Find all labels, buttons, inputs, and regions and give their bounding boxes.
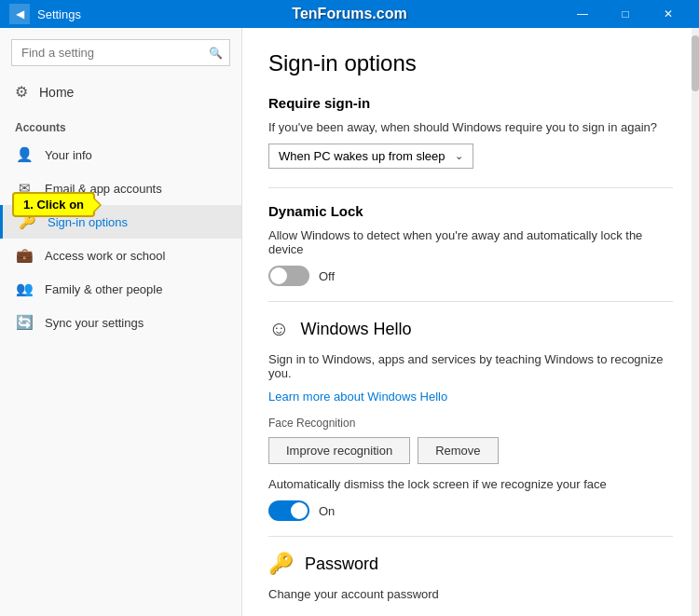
family-icon: 👥 bbox=[15, 281, 34, 297]
divider-1 bbox=[268, 187, 673, 188]
sidebar-search-container: 🔍 bbox=[11, 39, 230, 66]
learn-more-link[interactable]: Learn more about Windows Hello bbox=[268, 390, 673, 404]
auto-dismiss-toggle[interactable] bbox=[268, 500, 309, 521]
back-button[interactable]: ◀ bbox=[9, 4, 30, 24]
minimize-button[interactable]: — bbox=[561, 0, 604, 28]
work-icon: 💼 bbox=[15, 247, 34, 264]
family-label: Family & other people bbox=[45, 282, 162, 296]
dynamic-lock-toggle-label: Off bbox=[319, 269, 335, 283]
home-label: Home bbox=[39, 85, 74, 100]
sidebar-item-home[interactable]: ⚙ Home bbox=[0, 74, 241, 110]
search-input[interactable] bbox=[11, 39, 230, 66]
window-body: 🔍 ⚙ Home Accounts 👤 Your info ✉ Email & … bbox=[0, 28, 699, 616]
dynamic-lock-toggle[interactable] bbox=[268, 266, 309, 286]
face-recognition-label: Face Recognition bbox=[268, 417, 673, 430]
scrollbar-thumb[interactable] bbox=[692, 35, 699, 91]
sync-settings-label: Sync your settings bbox=[45, 316, 144, 330]
maximize-button[interactable]: □ bbox=[604, 0, 647, 28]
callout-1: 1. Click on bbox=[12, 192, 95, 217]
user-icon: 👤 bbox=[15, 146, 34, 163]
dropdown-arrow-icon: ⌄ bbox=[455, 150, 463, 162]
dropdown-value: When PC wakes up from sleep bbox=[279, 149, 445, 163]
titlebar-left: ◀ Settings bbox=[9, 4, 81, 24]
titlebar-title: Settings bbox=[37, 7, 81, 21]
windows-hello-desc: Sign in to Windows, apps and services by… bbox=[268, 352, 673, 380]
your-info-label: Your info bbox=[45, 148, 92, 162]
sidebar-item-sync-settings[interactable]: 🔄 Sync your settings bbox=[0, 306, 241, 339]
face-recognition-buttons: 2. Click on Improve recognition Remove bbox=[268, 437, 673, 464]
sidebar-item-your-info[interactable]: 👤 Your info bbox=[0, 138, 241, 171]
access-work-label: Access work or school bbox=[45, 249, 165, 263]
home-icon: ⚙ bbox=[15, 83, 28, 101]
sync-icon: 🔄 bbox=[15, 314, 34, 331]
divider-2 bbox=[268, 301, 673, 302]
require-signin-title: Require sign-in bbox=[268, 95, 673, 111]
divider-3 bbox=[268, 536, 673, 537]
require-signin-dropdown[interactable]: When PC wakes up from sleep ⌄ bbox=[268, 144, 473, 169]
sidebar-item-family[interactable]: 👥 Family & other people bbox=[0, 272, 241, 306]
improve-recognition-button[interactable]: Improve recognition bbox=[268, 437, 410, 464]
titlebar: ◀ Settings TenForums.com — □ ✕ bbox=[0, 0, 699, 28]
titlebar-controls: — □ ✕ bbox=[561, 0, 690, 28]
remove-button[interactable]: Remove bbox=[418, 437, 498, 464]
sidebar: 🔍 ⚙ Home Accounts 👤 Your info ✉ Email & … bbox=[0, 28, 242, 616]
windows-hello-icon: ☺ bbox=[268, 317, 289, 341]
password-icon: 🔑 bbox=[268, 552, 294, 576]
auto-dismiss-toggle-row: On bbox=[268, 500, 673, 521]
accounts-section-label: Accounts bbox=[0, 110, 241, 138]
auto-dismiss-toggle-label: On bbox=[319, 504, 335, 518]
dynamic-lock-toggle-row: Off bbox=[268, 266, 673, 286]
auto-dismiss-text: Automatically dismiss the lock screen if… bbox=[268, 477, 673, 491]
search-icon: 🔍 bbox=[209, 47, 223, 60]
content-area: Sign-in options Require sign-in If you'v… bbox=[242, 28, 699, 616]
dynamic-lock-title: Dynamic Lock bbox=[268, 203, 673, 219]
scrollbar[interactable] bbox=[692, 28, 699, 616]
toggle-thumb-auto bbox=[291, 502, 308, 519]
require-signin-desc: If you've been away, when should Windows… bbox=[268, 120, 673, 134]
watermark-text: TenForums.com bbox=[292, 6, 406, 22]
password-header: 🔑 Password bbox=[268, 552, 673, 576]
windows-hello-title: Windows Hello bbox=[300, 320, 411, 339]
password-title: Password bbox=[305, 554, 378, 574]
windows-hello-header: ☺ Windows Hello bbox=[268, 317, 673, 341]
sidebar-item-access-work[interactable]: 💼 Access work or school bbox=[0, 239, 241, 272]
password-desc: Change your account password bbox=[268, 587, 673, 601]
toggle-thumb bbox=[270, 267, 287, 284]
dynamic-lock-desc: Allow Windows to detect when you're away… bbox=[268, 228, 673, 256]
close-button[interactable]: ✕ bbox=[647, 0, 690, 28]
page-title: Sign-in options bbox=[268, 50, 673, 76]
sidebar-item-sign-in-options[interactable]: 🔑 Sign-in options 1. Click on bbox=[0, 205, 241, 239]
